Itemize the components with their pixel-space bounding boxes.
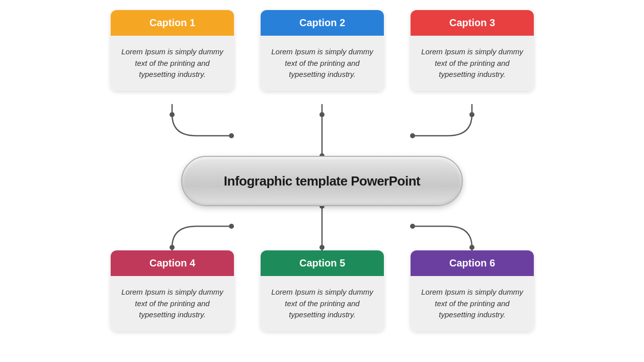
svg-point-5 [319,112,325,117]
card-5-body-text: Lorem Ipsum is simply dummy text of the … [270,287,375,321]
card-4: Caption 4 Lorem Ipsum is simply dummy te… [111,250,234,331]
svg-point-1 [170,112,175,117]
svg-point-9 [410,133,415,138]
card-3-header-text: Caption 3 [449,17,495,28]
svg-point-18 [410,224,415,229]
card-6-body: Lorem Ipsum is simply dummy text of the … [411,276,534,331]
svg-point-11 [229,224,234,229]
card-1-body: Lorem Ipsum is simply dummy text of the … [111,36,234,91]
card-4-header: Caption 4 [111,250,234,276]
card-2-body-text: Lorem Ipsum is simply dummy text of the … [270,46,375,80]
card-1-header: Caption 1 [111,10,234,36]
card-6-header-text: Caption 6 [449,257,495,268]
card-2-header: Caption 2 [261,10,384,36]
card-5: Caption 5 Lorem Ipsum is simply dummy te… [261,250,384,331]
card-2-header-text: Caption 2 [299,17,345,28]
card-4-body-text: Lorem Ipsum is simply dummy text of the … [120,287,225,321]
svg-point-13 [319,245,325,250]
card-2: Caption 2 Lorem Ipsum is simply dummy te… [261,10,384,91]
center-pill-text: Infographic template PowerPoint [224,173,420,189]
card-5-header-text: Caption 5 [299,257,345,268]
card-1: Caption 1 Lorem Ipsum is simply dummy te… [111,10,234,91]
card-3-body-text: Lorem Ipsum is simply dummy text of the … [420,46,525,80]
svg-point-2 [229,133,234,138]
card-3: Caption 3 Lorem Ipsum is simply dummy te… [411,10,534,91]
card-1-header-text: Caption 1 [149,17,195,28]
svg-point-8 [469,112,474,117]
card-5-body: Lorem Ipsum is simply dummy text of the … [261,276,384,331]
svg-point-17 [469,245,474,250]
center-pill: Infographic template PowerPoint [181,156,463,206]
card-6-header: Caption 6 [411,250,534,276]
card-2-body: Lorem Ipsum is simply dummy text of the … [261,36,384,91]
card-4-body: Lorem Ipsum is simply dummy text of the … [111,276,234,331]
card-3-header: Caption 3 [411,10,534,36]
card-5-header: Caption 5 [261,250,384,276]
card-1-body-text: Lorem Ipsum is simply dummy text of the … [120,46,225,80]
card-6-body-text: Lorem Ipsum is simply dummy text of the … [420,287,525,321]
card-4-header-text: Caption 4 [149,257,195,268]
svg-point-10 [170,245,175,250]
card-3-body: Lorem Ipsum is simply dummy text of the … [411,36,534,91]
card-6: Caption 6 Lorem Ipsum is simply dummy te… [411,250,534,331]
main-container: Infographic template PowerPoint Caption … [0,0,644,362]
